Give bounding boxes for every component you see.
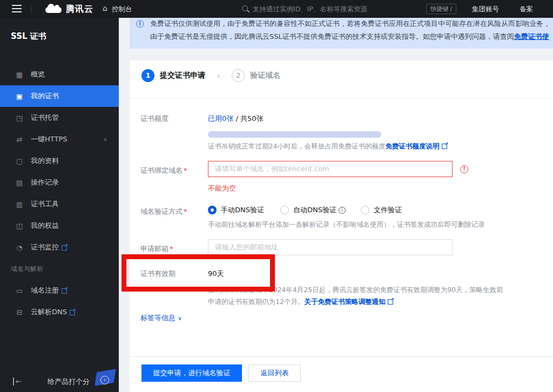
sidebar-item-overview[interactable]: ▦ 概览 [0, 64, 119, 85]
step2-circle: 2 [232, 69, 245, 82]
sidebar-item-label: 域名注册 [31, 286, 59, 295]
sidebar-section-domains: 域名与解析 [0, 258, 119, 280]
sidebar-item-label: 我的资料 [31, 156, 59, 166]
external-link-icon [62, 245, 68, 251]
rate-arrow-icon[interactable]: › [100, 376, 109, 384]
step1-circle: 1 [141, 69, 154, 82]
notice-line2-text: 由于免费证书是无偿提供，因此腾讯云SSL证书不提供免费证书的技术支持或安装指导。… [150, 32, 514, 40]
hamburger-menu-icon[interactable] [12, 8, 22, 9]
external-link-icon [388, 299, 394, 305]
info-icon[interactable]: i [339, 207, 346, 214]
console-link[interactable]: 控制台 [112, 5, 132, 14]
sidebar-item-operation-log[interactable]: ▤ 操作记录 [0, 172, 119, 193]
policy-notice-link[interactable]: 关于免费证书策略调整通知 [304, 298, 385, 306]
quota-label: 证书额度 [140, 114, 168, 124]
external-link-icon [70, 309, 76, 315]
tags-link-text: 标签等信息 [140, 314, 176, 322]
free-cert-help-link[interactable]: 免费证书使 [514, 32, 549, 40]
quota-progress-bar [208, 131, 381, 138]
domain-label-text: 证书绑定域名 [140, 166, 183, 174]
home-icon: ⌂ [103, 4, 107, 12]
annotation-red-box [122, 254, 275, 292]
info-icon: i [136, 20, 144, 28]
verify-options: 手动DNS验证 自动DNS验证 i 文件验证 [208, 205, 418, 215]
sidebar-item-label: 证书托管 [31, 113, 59, 123]
topbar: 腾讯云 ⌂ 控制台 支持通过实例ID、IP、名称等搜索资源 快捷键 / 集团账号… [0, 0, 553, 18]
grid-icon: ▦ [15, 71, 24, 79]
tags-expand-link[interactable]: 标签等信息 ∨ [140, 313, 181, 323]
policy-line2: 申请的证书有效期仍为12个月。关于免费证书策略调整通知 [208, 298, 394, 307]
brand-name[interactable]: 腾讯云 [66, 4, 93, 15]
sidebar-item-label: 云解析DNS [31, 307, 67, 317]
radio-auto-dns[interactable] [280, 206, 289, 214]
radio-manual-dns[interactable] [208, 206, 217, 214]
sidebar-item-my-profile[interactable]: ▢ 我的资料 [0, 150, 119, 172]
ssl-certificate-console: 腾讯云 ⌂ 控制台 支持通过实例ID、IP、名称等搜索资源 快捷键 / 集团账号… [0, 0, 553, 392]
submit-button[interactable]: 提交申请，进行域名验证 [141, 364, 242, 382]
sidebar-item-my-benefits[interactable]: ◫ 我的权益 [0, 215, 119, 236]
chevron-down-icon: ∨ [178, 315, 181, 321]
external-link-icon [62, 288, 68, 294]
apply-cert-card: 1 提交证书申请 › 2 验证域名 证书额度 已用0张 / 共50张 证书吊销或… [130, 60, 553, 392]
hosting-icon: ◳ [15, 114, 24, 122]
notice-line1: 免费证书仅供测试使用，由于免费证书的兼容性不如正式证书，若将免费证书应用在正式项… [150, 19, 550, 29]
radio-auto-dns-label[interactable]: 自动DNS验证 [293, 205, 336, 215]
quota-help-link[interactable]: 免费证书额度说明 [385, 142, 439, 150]
required-asterisk: * [184, 166, 187, 174]
sidebar-item-label: 证书监控 [31, 242, 59, 252]
sidebar-item-one-click-https[interactable]: ⇄ 一键HTTPS ∨ [0, 129, 119, 150]
chevron-down-icon: ∨ [103, 137, 107, 142]
sidebar-item-dns[interactable]: ⊟ 云解析DNS [0, 301, 119, 323]
verify-help: 手动前往域名解析平台添加一条解析记录（不影响域名使用），证书签发成功后即可删除记… [208, 220, 485, 229]
sidebar-item-label: 证书工具 [31, 199, 59, 209]
policy-line2-text: 申请的证书有效期仍为12个月。 [208, 298, 304, 306]
back-to-list-button[interactable]: 返回列表 [248, 364, 301, 382]
document-icon: ▤ [15, 179, 24, 187]
email-input[interactable]: 请输入您的邮箱地址 [208, 239, 453, 255]
sidebar-nav: ▦ 概览 ▣ 我的证书 ◳ 证书托管 ⇄ 一键HTTPS ∨ ▢ 我的资料 ▤ [0, 64, 119, 323]
topbar-divider [31, 5, 31, 13]
sidebar-item-my-certificates[interactable]: ▣ 我的证书 [0, 85, 119, 107]
rate-product-link[interactable]: 给产品打个分 [48, 377, 90, 387]
radio-file-verify[interactable] [361, 206, 369, 214]
quota-value: 已用0张 / 共50张 [208, 114, 263, 124]
shortcut-badge: 快捷键 / [426, 4, 456, 14]
required-asterisk: * [184, 207, 187, 215]
email-label: 申请邮箱* [140, 244, 173, 254]
sidebar-item-label: 我的权益 [31, 221, 59, 231]
sidebar-item-cert-monitor[interactable]: ◔ 证书监控 [0, 236, 119, 258]
collapse-sidebar-icon[interactable]: ← [13, 377, 22, 386]
search-icon [242, 5, 248, 11]
sidebar-item-cert-tools[interactable]: ▥ 证书工具 [0, 193, 119, 215]
tools-icon: ▥ [15, 200, 24, 208]
quota-help: 证书吊销或正常过期24小时后，会释放占用免费证书的额度免费证书额度说明 [208, 142, 448, 151]
required-asterisk: * [170, 245, 173, 253]
radio-manual-dns-label[interactable]: 手动DNS验证 [221, 205, 264, 215]
sliders-icon: ⇄ [15, 136, 24, 144]
beian-link[interactable]: 备案 [520, 5, 533, 14]
group-account-link[interactable]: 集团账号 [472, 5, 499, 14]
sidebar-footer: ← 给产品打个分 › [0, 371, 119, 392]
browser-icon: ▭ [15, 287, 24, 295]
email-label-text: 申请邮箱 [140, 245, 168, 253]
folder-icon: ▢ [15, 157, 24, 165]
quota-used: 已用0张 [208, 114, 233, 123]
divider [130, 356, 553, 357]
external-link-icon [442, 143, 448, 149]
domain-input[interactable]: 请填写单个域名，例如tencent.com [208, 161, 453, 177]
domain-error-text: 不能为空 [208, 184, 236, 193]
benefits-icon: ◫ [15, 222, 24, 230]
search-input[interactable]: 支持通过实例ID、IP、名称等搜索资源 [253, 5, 367, 14]
gauge-icon: ◔ [15, 244, 24, 252]
domain-label: 证书绑定域名* [140, 166, 187, 175]
sidebar-item-cert-hosting[interactable]: ◳ 证书托管 [0, 107, 119, 129]
sidebar-item-label: 一键HTTPS [31, 134, 68, 144]
tencent-cloud-logo-icon[interactable] [45, 7, 62, 13]
quota-help-text: 证书吊销或正常过期24小时后，会释放占用免费证书的额度 [208, 142, 385, 150]
radio-file-verify-label[interactable]: 文件验证 [374, 205, 402, 215]
sidebar-item-domain-registration[interactable]: ▭ 域名注册 [0, 280, 119, 301]
notice-line2: 由于免费证书是无偿提供，因此腾讯云SSL证书不提供免费证书的技术支持或安装指导。… [150, 32, 549, 42]
certificate-icon: ▣ [15, 92, 24, 100]
step1-label: 提交证书申请 [160, 71, 205, 80]
sidebar-title: SSL 证书 [11, 31, 46, 42]
